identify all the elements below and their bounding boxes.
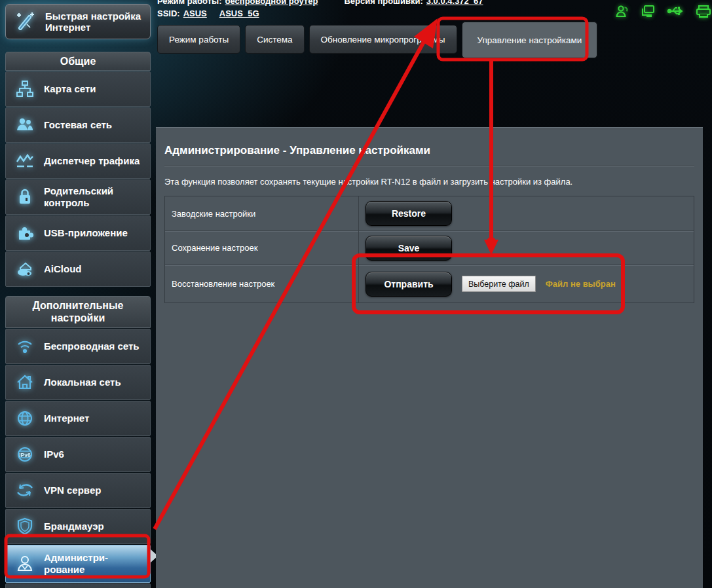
top-info-line2: SSID:ASUSASUS_5G bbox=[157, 7, 483, 20]
sidebar-item-label: USB-приложение bbox=[44, 227, 132, 239]
firmware-link[interactable]: 3.0.0.4.372_67 bbox=[426, 0, 483, 6]
ssid-label: SSID: bbox=[157, 9, 180, 18]
firmware-label: Версия прошивки: bbox=[344, 0, 422, 6]
table-row-restore-settings: Восстановление настроек Отправить Выбери… bbox=[165, 265, 694, 303]
sidebar-item-system-log[interactable]: Системный bbox=[5, 583, 151, 588]
top-info-line1: Режим работы:беспроводной роутерВерсия п… bbox=[157, 0, 483, 7]
settings-table: Заводские настройки Restore Сохранение н… bbox=[164, 196, 694, 303]
tab-system[interactable]: Система bbox=[245, 25, 304, 54]
section-header-general: Общие bbox=[5, 52, 151, 71]
sidebar-section-advanced: Дополнительные настройки Беспроводная се… bbox=[5, 296, 151, 588]
file-status-text: Файл не выбран bbox=[546, 279, 616, 289]
sidebar-item-lan[interactable]: Локальная сеть bbox=[5, 365, 151, 400]
tab-operation-mode[interactable]: Режим работы bbox=[157, 25, 240, 54]
sidebar-item-internet[interactable]: Интернет bbox=[5, 401, 151, 436]
content-panel: Администрирование - Управление настройка… bbox=[156, 127, 703, 588]
magic-wand-icon bbox=[11, 10, 40, 33]
row-label: Сохранение настроек bbox=[165, 231, 359, 265]
quick-setup-button[interactable]: Быстрая настройка Интернет bbox=[5, 4, 151, 39]
sidebar-item-label: AiCloud bbox=[44, 263, 86, 275]
sidebar-item-label: VPN сервер bbox=[44, 485, 105, 496]
save-button[interactable]: Save bbox=[365, 236, 452, 261]
sidebar-item-label: Администри-рование bbox=[44, 552, 130, 576]
sidebar-item-label: Родительский контроль bbox=[44, 185, 150, 209]
internet-icon bbox=[6, 409, 44, 428]
sidebar-item-label: IPv6 bbox=[44, 449, 68, 460]
tab-label: Управление настройками bbox=[478, 35, 582, 45]
sidebar-section-general: Общие Карта сети Гостевая сеть Диспетчер… bbox=[5, 52, 151, 287]
row-label: Заводские настройки bbox=[165, 196, 359, 230]
quick-setup-label: Быстрая настройка Интернет bbox=[45, 10, 141, 33]
sidebar-item-firewall[interactable]: Брандмауэр bbox=[5, 509, 151, 544]
printer-status-icon[interactable] bbox=[695, 3, 712, 22]
usb-status-icon[interactable] bbox=[667, 3, 685, 22]
sidebar-item-label: Брандмауэр bbox=[44, 521, 108, 532]
top-info-bar: Режим работы:беспроводной роутерВерсия п… bbox=[157, 0, 483, 20]
sidebar-item-usb-application[interactable]: USB-приложение bbox=[5, 215, 151, 251]
tab-label: Обновление микропрограммы bbox=[321, 35, 445, 45]
vpn-server-icon bbox=[6, 481, 44, 500]
sidebar-item-parental-control[interactable]: Родительский контроль bbox=[5, 179, 151, 215]
sidebar-item-guest-network[interactable]: Гостевая сеть bbox=[5, 107, 151, 143]
tab-settings-management[interactable]: Управление настройками bbox=[462, 22, 598, 58]
ssid-link-1[interactable]: ASUS bbox=[183, 9, 207, 18]
firewall-icon bbox=[6, 517, 44, 536]
administration-icon bbox=[6, 553, 44, 574]
sidebar-item-network-map[interactable]: Карта сети bbox=[5, 71, 151, 107]
parental-control-icon bbox=[6, 187, 44, 207]
sidebar-item-label: Гостевая сеть bbox=[44, 119, 116, 131]
ssid-link-2[interactable]: ASUS_5G bbox=[219, 9, 259, 18]
user-status-icon[interactable] bbox=[614, 3, 630, 22]
usb-application-icon bbox=[6, 223, 44, 243]
title-divider bbox=[164, 165, 694, 166]
sidebar-item-label: Локальная сеть bbox=[44, 377, 125, 388]
traffic-manager-icon bbox=[6, 151, 44, 171]
aicloud-icon bbox=[6, 259, 44, 279]
status-icon-bar bbox=[614, 3, 712, 22]
tab-firmware-upgrade[interactable]: Обновление микропрограммы bbox=[309, 25, 457, 54]
sidebar-item-traffic-manager[interactable]: Диспетчер трафика bbox=[5, 143, 151, 179]
wireless-icon bbox=[6, 337, 44, 356]
sidebar-item-label: Беспроводная сеть bbox=[44, 340, 143, 352]
table-row-save-settings: Сохранение настроек Save bbox=[165, 230, 694, 265]
row-label: Восстановление настроек bbox=[165, 265, 359, 303]
lan-icon bbox=[6, 373, 44, 392]
guest-network-icon bbox=[6, 115, 44, 135]
ipv6-icon-text: IPv6 bbox=[19, 451, 31, 458]
sidebar: Быстрая настройка Интернет Общие Карта с… bbox=[5, 4, 151, 588]
upload-button[interactable]: Отправить bbox=[365, 272, 452, 297]
sidebar-item-label: Карта сети bbox=[44, 83, 100, 95]
choose-file-button[interactable]: Выберите файл bbox=[462, 276, 536, 292]
tab-label: Система bbox=[257, 35, 292, 45]
restore-button[interactable]: Restore bbox=[365, 201, 452, 226]
sidebar-item-ipv6[interactable]: IPv6 IPv6 bbox=[5, 437, 151, 472]
mode-link[interactable]: беспроводной роутер bbox=[225, 0, 318, 6]
sidebar-item-administration[interactable]: Администри-рование bbox=[5, 545, 151, 583]
sidebar-item-label: Интернет bbox=[44, 413, 93, 424]
sidebar-item-wireless[interactable]: Беспроводная сеть bbox=[5, 329, 151, 364]
network-map-icon bbox=[6, 79, 44, 99]
sidebar-item-aicloud[interactable]: AiCloud bbox=[5, 251, 151, 287]
sidebar-item-label: Диспетчер трафика bbox=[44, 155, 143, 167]
sidebar-item-vpn-server[interactable]: VPN сервер bbox=[5, 473, 151, 508]
mode-label: Режим работы: bbox=[157, 0, 221, 6]
tab-label: Режим работы bbox=[169, 35, 229, 45]
page-title: Администрирование - Управление настройка… bbox=[164, 144, 694, 157]
tab-bar: Режим работы Система Обновление микропро… bbox=[157, 25, 597, 58]
router-admin-screen: Режим работы:беспроводной роутерВерсия п… bbox=[0, 0, 712, 588]
section-header-advanced: Дополнительные настройки bbox=[5, 296, 151, 327]
table-row-factory-default: Заводские настройки Restore bbox=[165, 196, 694, 230]
ipv6-icon: IPv6 bbox=[6, 445, 44, 464]
page-description: Эта функция позволяет сохранять текущие … bbox=[164, 177, 694, 187]
clients-status-icon[interactable] bbox=[640, 3, 657, 22]
